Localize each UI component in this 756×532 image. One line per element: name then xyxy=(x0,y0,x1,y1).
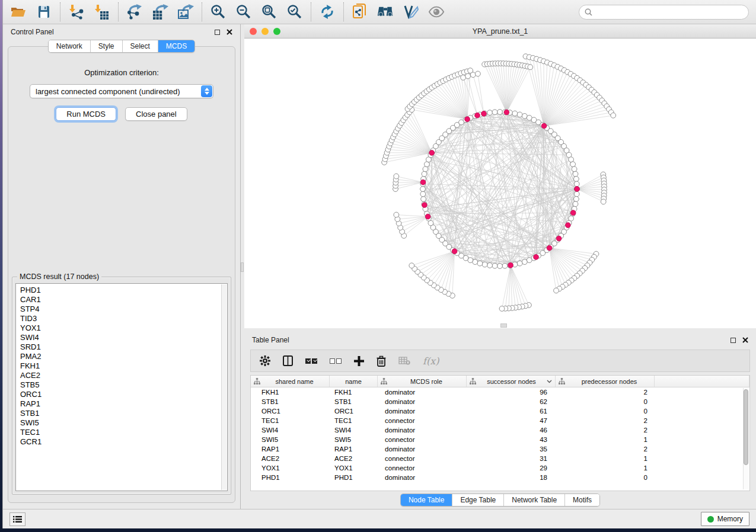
binoculars-icon[interactable] xyxy=(377,4,394,20)
ring-node[interactable] xyxy=(572,166,577,172)
table-cell[interactable]: RAP1 xyxy=(251,444,330,454)
memory-button[interactable]: Memory xyxy=(701,512,749,526)
network-document-icon[interactable] xyxy=(352,4,368,20)
ring-node[interactable] xyxy=(497,110,503,115)
table-cell[interactable]: 31 xyxy=(467,454,556,463)
tab-mcds[interactable]: MCDS xyxy=(158,40,194,52)
mcds-result-item[interactable]: SWI5 xyxy=(20,418,227,428)
table-cell[interactable]: 1 xyxy=(556,435,655,444)
ring-node[interactable] xyxy=(421,197,426,202)
table-cell[interactable]: dominator xyxy=(378,473,467,482)
table-cell[interactable]: dominator xyxy=(378,444,467,454)
mcds-result-item[interactable]: TID3 xyxy=(20,314,227,323)
mcds-hub-node[interactable] xyxy=(570,210,576,216)
table-mode-gear-icon[interactable] xyxy=(260,355,270,366)
table-cell[interactable]: 29 xyxy=(467,463,556,473)
table-row[interactable]: STB1STB1dominator620 xyxy=(251,397,749,406)
table-scrollbar[interactable] xyxy=(743,388,749,489)
mcds-result-item[interactable]: STB5 xyxy=(20,380,227,390)
ring-node[interactable] xyxy=(422,171,427,177)
ring-node[interactable] xyxy=(487,110,493,116)
table-cell[interactable]: SWI4 xyxy=(251,425,330,435)
horizontal-splitter-handle[interactable] xyxy=(500,323,507,328)
mcds-hub-node[interactable] xyxy=(465,117,470,122)
mcds-hub-node[interactable] xyxy=(452,249,457,254)
table-cell[interactable]: 18 xyxy=(467,473,556,482)
ring-node[interactable] xyxy=(492,110,497,115)
ring-node[interactable] xyxy=(574,191,579,197)
mcds-result-item[interactable]: TEC1 xyxy=(20,428,227,437)
tab-network[interactable]: Network xyxy=(49,40,91,52)
table-cell[interactable]: TEC1 xyxy=(251,416,330,425)
ring-node[interactable] xyxy=(492,263,497,268)
ring-node[interactable] xyxy=(497,264,503,269)
ring-node[interactable] xyxy=(522,259,527,265)
mcds-result-item[interactable]: CAR1 xyxy=(20,295,227,305)
mcds-hub-node[interactable] xyxy=(565,223,570,228)
mcds-hub-node[interactable] xyxy=(425,214,430,219)
mcds-result-item[interactable]: SRD1 xyxy=(20,342,227,352)
mcds-list-scrollbar[interactable] xyxy=(221,284,227,490)
leaf-node[interactable] xyxy=(601,199,606,204)
column-header-successor-nodes[interactable]: successor nodes xyxy=(467,376,556,387)
table-cell[interactable]: YOX1 xyxy=(251,463,330,473)
tab-style[interactable]: Style xyxy=(91,40,123,52)
mcds-hub-node[interactable] xyxy=(534,254,539,259)
mcds-hub-node[interactable] xyxy=(420,180,426,185)
table-cell[interactable]: connector xyxy=(378,416,467,425)
table-cell[interactable]: 2 xyxy=(556,387,655,397)
ring-node[interactable] xyxy=(420,191,426,197)
table-tab-node-table[interactable]: Node Table xyxy=(401,494,453,506)
table-cell[interactable]: FKH1 xyxy=(330,387,378,397)
table-cell[interactable]: 1 xyxy=(556,463,655,473)
table-cell[interactable]: 2 xyxy=(556,425,655,435)
table-cell[interactable]: 43 xyxy=(467,435,556,444)
table-tab-edge-table[interactable]: Edge Table xyxy=(452,494,504,506)
mcds-result-item[interactable]: SWI4 xyxy=(20,333,227,342)
zoom-in-icon[interactable] xyxy=(210,4,227,20)
table-row[interactable]: YOX1YOX1connector291 xyxy=(251,463,749,473)
mcds-result-item[interactable]: FKH1 xyxy=(20,361,227,371)
close-panel-button[interactable]: Close panel xyxy=(125,107,187,121)
table-cell[interactable]: SWI4 xyxy=(330,425,378,435)
mcds-result-item[interactable]: ACE2 xyxy=(20,371,227,380)
column-header-predecessor-nodes[interactable]: predecessor nodes xyxy=(556,376,655,387)
table-cell[interactable]: RAP1 xyxy=(330,444,378,454)
export-network-icon[interactable] xyxy=(126,4,143,20)
select-all-icon[interactable] xyxy=(305,358,317,364)
mcds-hub-node[interactable] xyxy=(575,187,580,192)
ring-node[interactable] xyxy=(573,201,578,207)
ring-node[interactable] xyxy=(512,111,518,116)
table-cell[interactable]: 96 xyxy=(467,387,556,397)
mcds-hub-node[interactable] xyxy=(547,245,552,251)
leaf-node[interactable] xyxy=(465,73,471,79)
ring-node[interactable] xyxy=(423,166,428,172)
table-row[interactable]: TEC1TEC1connector472 xyxy=(251,416,749,425)
zoom-selected-icon[interactable] xyxy=(286,4,303,20)
table-tab-network-table[interactable]: Network Table xyxy=(504,494,565,506)
mcds-hub-node[interactable] xyxy=(556,236,562,241)
delete-column-icon[interactable] xyxy=(377,355,386,367)
import-network-icon[interactable] xyxy=(68,4,85,20)
vertical-splitter[interactable] xyxy=(240,24,244,509)
vertical-splitter-handle[interactable] xyxy=(241,262,244,272)
table-cell[interactable]: 0 xyxy=(556,397,655,406)
leaf-node[interactable] xyxy=(470,72,476,78)
ring-node[interactable] xyxy=(420,187,426,192)
mcds-hub-node[interactable] xyxy=(429,150,435,156)
task-history-button[interactable] xyxy=(9,512,25,526)
mcds-result-item[interactable]: YOX1 xyxy=(20,323,227,333)
leaf-node[interactable] xyxy=(528,65,533,70)
table-cell[interactable]: STB1 xyxy=(251,397,330,406)
table-cell[interactable]: 46 xyxy=(467,425,556,435)
export-table-icon[interactable] xyxy=(152,4,168,20)
close-panel-icon[interactable] xyxy=(742,337,748,343)
open-file-icon[interactable] xyxy=(10,4,27,20)
table-cell[interactable]: FKH1 xyxy=(251,387,330,397)
ring-node[interactable] xyxy=(573,197,579,202)
zoom-out-icon[interactable] xyxy=(235,4,252,20)
delete-table-icon[interactable] xyxy=(398,357,410,365)
table-row[interactable]: ACE2ACE2connector311 xyxy=(251,454,749,463)
tab-select[interactable]: Select xyxy=(123,40,158,52)
mcds-result-item[interactable]: RAP1 xyxy=(20,399,227,409)
